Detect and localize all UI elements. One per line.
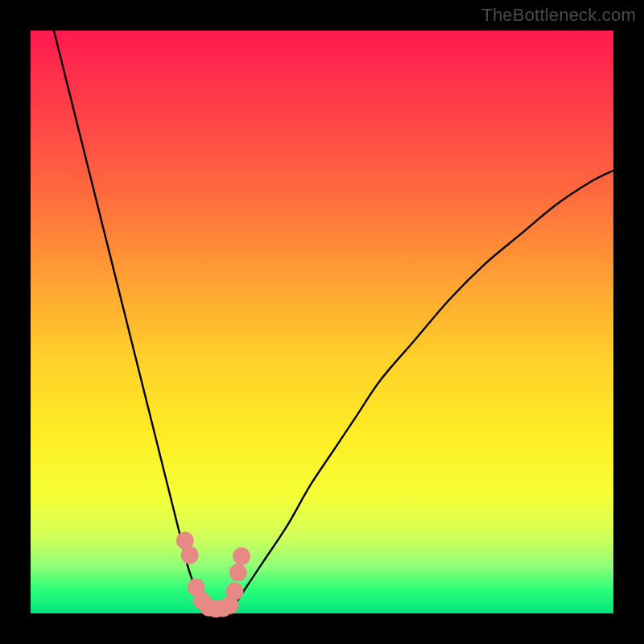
marker-valley-dots — [233, 547, 250, 565]
series-left-curve — [54, 31, 205, 613]
chart-frame: TheBottleneck.com — [0, 0, 644, 644]
marker-valley-dots — [225, 582, 243, 600]
chart-svg — [31, 31, 613, 613]
plot-area — [31, 31, 613, 613]
watermark-text: TheBottleneck.com — [481, 5, 636, 26]
marker-group — [176, 532, 250, 618]
marker-valley-dots — [229, 564, 247, 581]
marker-valley-dots — [181, 547, 199, 564]
series-right-curve — [229, 171, 613, 613]
series-group — [54, 31, 613, 613]
